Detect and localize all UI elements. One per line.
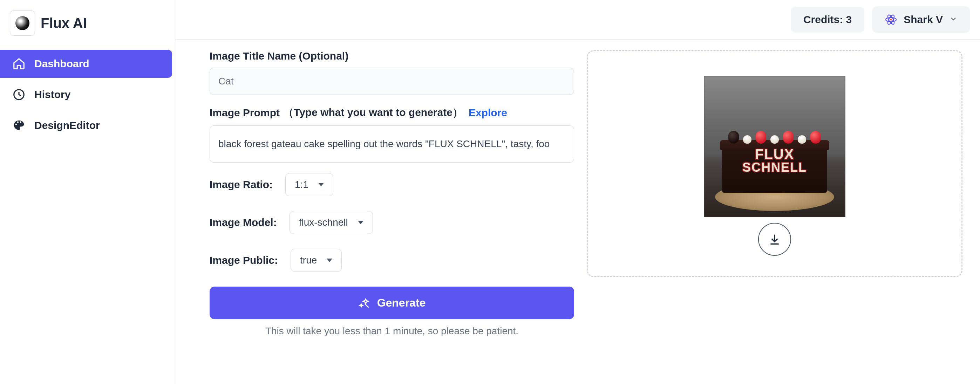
home-icon xyxy=(12,57,26,71)
public-label: Image Public: xyxy=(210,254,278,266)
sidebar: Flux AI Dashboard History xyxy=(0,0,176,384)
history-icon xyxy=(12,87,26,102)
download-button[interactable] xyxy=(758,223,791,256)
ratio-row: Image Ratio: 1:1 xyxy=(210,173,574,196)
explore-link[interactable]: Explore xyxy=(469,107,507,119)
title-label: Image Title Name (Optional) xyxy=(210,50,574,62)
brand-name: Flux AI xyxy=(41,16,87,31)
logo-icon xyxy=(10,11,35,36)
prompt-input[interactable]: black forest gateau cake spelling out th… xyxy=(210,125,574,163)
ratio-select[interactable]: 1:1 xyxy=(285,173,333,196)
sidebar-item-history[interactable]: History xyxy=(0,81,172,109)
palette-icon xyxy=(12,118,26,132)
ratio-value: 1:1 xyxy=(295,179,309,190)
model-label: Image Model: xyxy=(210,217,277,228)
sidebar-item-label: History xyxy=(34,89,70,100)
public-row: Image Public: true xyxy=(210,249,574,272)
prompt-group: Image Prompt （Type what you want to gene… xyxy=(210,105,574,163)
content: Image Title Name (Optional) Image Prompt… xyxy=(176,40,980,347)
sidebar-item-label: DesignEditor xyxy=(34,119,100,132)
topbar: Credits: 3 Shark V xyxy=(176,0,980,40)
sidebar-item-label: Dashboard xyxy=(34,58,89,70)
wand-icon xyxy=(358,297,370,309)
svg-point-4 xyxy=(890,19,892,21)
sidebar-item-dashboard[interactable]: Dashboard xyxy=(0,50,172,78)
user-name: Shark V xyxy=(904,14,943,25)
caret-down-icon xyxy=(318,183,324,186)
chevron-down-icon xyxy=(949,14,958,25)
generate-hint: This will take you less than 1 minute, s… xyxy=(210,325,574,337)
generate-button[interactable]: Generate xyxy=(210,287,574,319)
caret-down-icon xyxy=(327,259,332,262)
credits-badge[interactable]: Credits: 3 xyxy=(791,7,864,33)
title-input[interactable] xyxy=(210,68,574,95)
prompt-sublabel: （Type what you want to generate） xyxy=(283,105,463,120)
cake-text-line2: SCHNELL xyxy=(722,161,827,174)
form-area: Image Title Name (Optional) Image Prompt… xyxy=(210,50,574,337)
caret-down-icon xyxy=(358,221,363,224)
model-value: flux-schnell xyxy=(299,217,348,228)
ratio-label: Image Ratio: xyxy=(210,179,273,190)
public-select[interactable]: true xyxy=(291,249,342,272)
prompt-label: Image Prompt xyxy=(210,107,280,119)
title-group: Image Title Name (Optional) xyxy=(210,50,574,95)
logo-area: Flux AI xyxy=(0,11,176,50)
prompt-label-row: Image Prompt （Type what you want to gene… xyxy=(210,105,574,120)
atom-icon xyxy=(885,13,897,26)
model-row: Image Model: flux-schnell xyxy=(210,211,574,234)
public-value: true xyxy=(300,255,317,266)
sidebar-item-designeditor[interactable]: DesignEditor xyxy=(0,111,172,140)
nav: Dashboard History DesignEditor xyxy=(0,50,176,140)
model-select[interactable]: flux-schnell xyxy=(290,211,373,234)
cake-text-line1: FLUX xyxy=(722,147,827,161)
main: Credits: 3 Shark V xyxy=(176,0,980,384)
credits-label: Credits: 3 xyxy=(803,14,852,25)
preview-area: FLUX SCHNELL xyxy=(587,50,963,277)
preview-image: FLUX SCHNELL xyxy=(704,76,845,217)
generate-label: Generate xyxy=(377,297,426,309)
user-menu[interactable]: Shark V xyxy=(872,6,970,33)
